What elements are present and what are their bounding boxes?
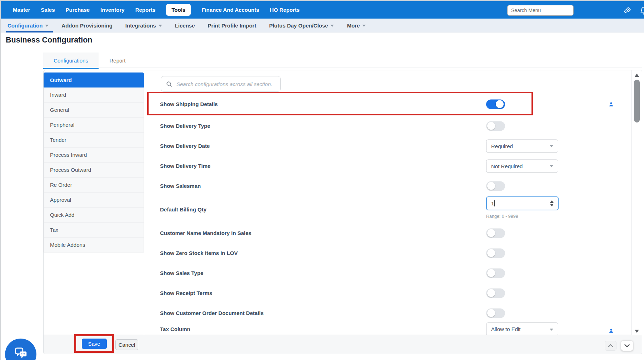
scrollbar-up-arrow[interactable] xyxy=(635,74,639,77)
dropdown-show-delivery-time[interactable]: Not Required xyxy=(486,159,558,172)
scroll-down-button[interactable] xyxy=(621,341,633,351)
topnav-item-sales[interactable]: Sales xyxy=(41,7,55,13)
config-row-show-zero-stock-items-in-lov: Show Zero Stock Items in LOV xyxy=(150,243,624,263)
config-row-show-delivery-time: Show Delivery TimeNot Required xyxy=(150,156,624,176)
config-row-show-delivery-type: Show Delivery Type xyxy=(150,116,624,136)
config-search-input[interactable] xyxy=(176,81,275,88)
paintbrush-icon[interactable] xyxy=(623,6,632,16)
chevron-down-icon xyxy=(330,25,334,27)
topnav-item-master[interactable]: Master xyxy=(13,7,30,13)
chevron-down-icon xyxy=(550,145,553,148)
toggle-knob xyxy=(487,249,495,257)
toggle-knob xyxy=(487,182,495,190)
topnav-item-reports[interactable]: Reports xyxy=(135,7,156,13)
topnav-item-ho-reports[interactable]: HO Reports xyxy=(270,7,300,13)
toggle-knob xyxy=(487,269,495,277)
config-label: Show Salesman xyxy=(150,183,201,189)
dropdown-show-delivery-date[interactable]: Required xyxy=(486,139,558,152)
number-value: 1 xyxy=(491,200,494,206)
sidebar-item-quick-add[interactable]: Quick Add xyxy=(44,208,144,222)
section-sidebar: OutwardInwardGeneralPeripheralTenderProc… xyxy=(44,72,144,252)
config-control xyxy=(486,228,505,238)
sidebar-item-tender[interactable]: Tender xyxy=(44,132,144,148)
scrollbar-down-arrow[interactable] xyxy=(635,330,639,333)
user-icon[interactable] xyxy=(609,102,614,107)
toggle-knob xyxy=(487,122,495,130)
config-row-show-receipt-terms: Show Receipt Terms xyxy=(150,283,624,303)
panel-footer: Save Cancel xyxy=(44,335,642,354)
toggle-knob xyxy=(487,289,495,297)
user-icon[interactable] xyxy=(609,328,614,333)
config-label: Customer Name Mandatory in Sales xyxy=(150,230,251,236)
dropdown-value: Not Required xyxy=(491,163,523,169)
sidebar-item-process-inward[interactable]: Process Inward xyxy=(44,148,144,162)
config-label: Show Zero Stock Items in LOV xyxy=(150,250,238,256)
sidebar-item-process-outward[interactable]: Process Outward xyxy=(44,162,144,178)
sidebar-item-approval[interactable]: Approval xyxy=(44,192,144,208)
text-cursor xyxy=(494,200,495,206)
chat-widget-button[interactable] xyxy=(5,339,36,360)
search-menu-input[interactable] xyxy=(507,5,574,16)
toggle-knob xyxy=(496,100,504,108)
chevron-down-icon xyxy=(159,25,162,27)
subnav-item-configuration[interactable]: Configuration xyxy=(8,19,49,32)
chevron-down-icon xyxy=(550,329,553,331)
topnav-item-purchase[interactable]: Purchase xyxy=(66,7,90,13)
config-control: Allow to Edit xyxy=(486,322,558,336)
toggle-show-shipping-details[interactable] xyxy=(486,99,505,109)
config-control xyxy=(486,268,505,278)
chevron-down-icon xyxy=(45,25,49,27)
window-top-edge xyxy=(0,0,644,1)
search-icon xyxy=(166,81,172,87)
number-stepper[interactable] xyxy=(550,200,554,206)
sub-navigation-bar: ConfigurationAddon ProvisioningIntegrati… xyxy=(0,19,644,32)
config-label: Show Delivery Time xyxy=(150,163,210,169)
tab-configurations[interactable]: Configurations xyxy=(43,52,99,68)
dropdown-tax-column[interactable]: Allow to Edit xyxy=(486,322,558,336)
subnav-item-addon-provisioning[interactable]: Addon Provisioning xyxy=(61,19,113,32)
config-row-default-billing-qty: Default Billing QtyRange: 0 - 99991 xyxy=(150,196,624,223)
tab-report[interactable]: Report xyxy=(99,52,136,68)
sub-nav-items: ConfigurationAddon ProvisioningIntegrati… xyxy=(8,19,366,32)
bell-icon[interactable] xyxy=(639,6,644,17)
chevron-up-icon xyxy=(608,344,613,348)
chat-icon xyxy=(13,345,29,360)
topnav-item-tools[interactable]: Tools xyxy=(166,4,191,16)
toggle-show-zero-stock-items-in-lov[interactable] xyxy=(486,248,505,258)
toggle-show-sales-type[interactable] xyxy=(486,268,505,278)
sidebar-item-tax[interactable]: Tax xyxy=(44,222,144,238)
subnav-item-label: Integrations xyxy=(125,22,156,29)
toggle-knob xyxy=(487,309,495,317)
stepper-down-icon xyxy=(550,204,554,206)
sidebar-item-re-order[interactable]: Re Order xyxy=(44,178,144,192)
number-input-default-billing-qty[interactable]: 1 xyxy=(486,196,559,210)
cancel-button[interactable]: Cancel xyxy=(115,339,138,350)
config-control xyxy=(486,308,505,318)
save-button[interactable]: Save xyxy=(82,339,107,349)
toggle-show-delivery-type[interactable] xyxy=(486,121,505,131)
top-nav-items: MasterSalesPurchaseInventoryReportsTools… xyxy=(13,4,300,16)
sidebar-item-outward[interactable]: Outward xyxy=(44,72,144,88)
topnav-item-finance-and-accounts[interactable]: Finance And Accounts xyxy=(201,7,259,13)
config-control xyxy=(486,99,505,109)
toggle-show-salesman[interactable] xyxy=(486,181,505,191)
subnav-item-more[interactable]: More xyxy=(347,19,366,32)
subnav-item-plutus-day-open-close[interactable]: Plutus Day Open/Close xyxy=(269,19,334,32)
config-label: Show Shipping Details xyxy=(150,101,218,107)
config-label: Show Delivery Type xyxy=(150,123,210,129)
config-label: Show Sales Type xyxy=(150,270,203,276)
config-row-show-shipping-details: Show Shipping Details xyxy=(150,92,624,116)
scroll-up-button[interactable] xyxy=(605,341,616,351)
sidebar-item-mobile-addons[interactable]: Mobile Addons xyxy=(44,238,144,252)
scrollbar-thumb[interactable] xyxy=(634,80,640,122)
toggle-customer-name-mandatory-in-sales[interactable] xyxy=(486,228,505,238)
sidebar-item-inward[interactable]: Inward xyxy=(44,88,144,102)
subnav-item-integrations[interactable]: Integrations xyxy=(125,19,162,32)
toggle-show-receipt-terms[interactable] xyxy=(486,288,505,298)
sidebar-item-peripheral[interactable]: Peripheral xyxy=(44,118,144,132)
subnav-item-license[interactable]: License xyxy=(175,19,195,32)
toggle-show-customer-order-document-details[interactable] xyxy=(486,308,505,318)
topnav-item-inventory[interactable]: Inventory xyxy=(100,7,125,13)
subnav-item-print-profile-import[interactable]: Print Profile Import xyxy=(208,19,256,32)
sidebar-item-general[interactable]: General xyxy=(44,102,144,118)
